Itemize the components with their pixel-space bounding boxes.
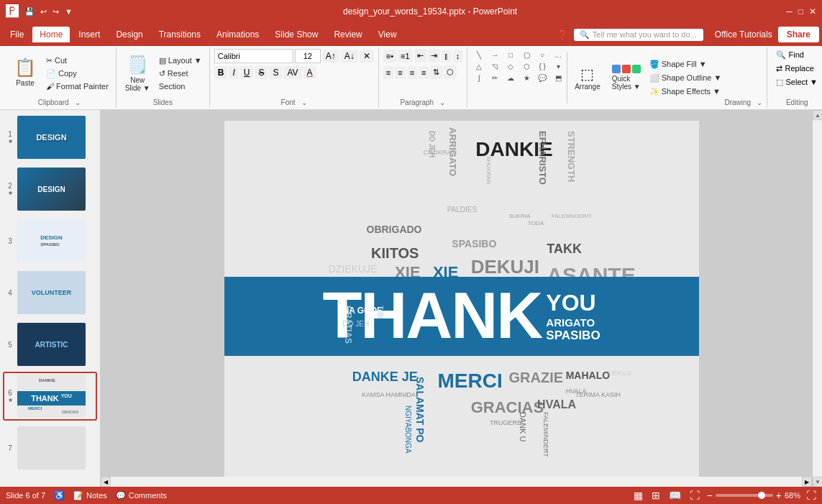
- line-spacing-btn[interactable]: ↕: [453, 50, 463, 63]
- align-center-btn[interactable]: ≡: [395, 66, 405, 79]
- copy-button[interactable]: 📄 Copy: [43, 68, 111, 80]
- replace-button[interactable]: ⇄ Replace: [772, 63, 818, 75]
- zoom-out-btn[interactable]: −: [707, 490, 713, 501]
- shape-callout[interactable]: 💬: [535, 72, 549, 83]
- scroll-up-btn[interactable]: ▲: [813, 110, 822, 120]
- bullets-btn[interactable]: ≡•: [383, 50, 396, 63]
- menu-view[interactable]: View: [371, 27, 404, 42]
- slide-canvas[interactable]: DANKIE EFHARISTO STRENGTH ARRIGATO DO JE…: [224, 121, 699, 477]
- shape-more[interactable]: …: [551, 49, 565, 60]
- text-direction-btn[interactable]: ⇅: [430, 65, 442, 79]
- shape-rt[interactable]: ◹: [488, 60, 502, 72]
- shape-bracket[interactable]: { }: [535, 60, 549, 72]
- scroll-track-right[interactable]: [813, 120, 822, 477]
- align-right-btn[interactable]: ≡: [407, 66, 417, 79]
- numbering-btn[interactable]: ≡1: [398, 50, 413, 63]
- menu-review[interactable]: Review: [326, 27, 369, 42]
- scroll-right[interactable]: ▲ ▼: [812, 110, 822, 487]
- shape-star[interactable]: ★: [519, 72, 534, 83]
- slide-sorter-btn[interactable]: ⊞: [650, 488, 662, 503]
- reading-view-btn[interactable]: 📖: [667, 488, 682, 503]
- quick-styles-button[interactable]: QuickStyles ▼: [608, 63, 645, 92]
- search-bar[interactable]: 🔍 Tell me what you want to do...: [574, 29, 703, 41]
- shape-effects-button[interactable]: ✨ Shape Effects ▼: [647, 86, 725, 98]
- share-button[interactable]: Share: [778, 27, 819, 42]
- select-button[interactable]: ⬚ Select ▼: [772, 76, 822, 88]
- shape-tri[interactable]: △: [472, 60, 486, 72]
- comments-button[interactable]: 💬 Comments: [116, 491, 167, 500]
- increase-indent-btn[interactable]: ⇥: [428, 49, 440, 63]
- shape-arrow[interactable]: →: [488, 49, 502, 60]
- new-slide-button[interactable]: 🗒️ NewSlide ▼: [121, 52, 155, 95]
- zoom-slider[interactable]: [716, 494, 773, 497]
- menu-home[interactable]: Home: [32, 27, 70, 42]
- slide-thumb-6[interactable]: 6 ★ THANK YOU DANKIE MERCI GRACIAS: [3, 372, 97, 421]
- slide-thumb-7[interactable]: 7: [3, 423, 97, 472]
- align-left-btn[interactable]: ≡: [383, 66, 393, 79]
- scroll-left-btn[interactable]: ◀: [101, 477, 111, 487]
- arrange-button[interactable]: ⬚ Arrange: [569, 63, 606, 93]
- strikethrough-button[interactable]: S: [255, 66, 268, 79]
- restore-btn[interactable]: □: [798, 6, 803, 17]
- scroll-right-btn[interactable]: ▶: [802, 477, 812, 487]
- shape-outline-button[interactable]: ⬜ Shape Outline ▼: [647, 72, 725, 84]
- font-decrease-btn[interactable]: A↓: [341, 50, 358, 63]
- reset-button[interactable]: ↺ Reset: [156, 68, 205, 80]
- menu-slideshow[interactable]: Slide Show: [268, 27, 325, 42]
- menu-design[interactable]: Design: [109, 27, 150, 42]
- slide-thumb-1[interactable]: 1 ★ DESIGN: [3, 113, 97, 162]
- layout-button[interactable]: ▤ Layout ▼: [156, 55, 205, 67]
- shape-curve[interactable]: ∫: [472, 72, 486, 83]
- underline-button[interactable]: U: [240, 66, 254, 79]
- decrease-indent-btn[interactable]: ⇤: [414, 49, 426, 63]
- clear-format-btn[interactable]: ✕: [360, 50, 374, 63]
- shape-extra[interactable]: ⬒: [551, 72, 565, 83]
- font-increase-btn[interactable]: A↑: [322, 50, 339, 63]
- slide-thumb-2[interactable]: 2 ★ DESIGN: [3, 165, 97, 214]
- fullscreen-btn[interactable]: ⛶: [688, 488, 701, 503]
- paste-button[interactable]: 📋 Paste: [7, 55, 43, 92]
- scroll-down-btn[interactable]: ▼: [813, 477, 822, 487]
- fit-screen-btn[interactable]: ⛶: [806, 490, 816, 501]
- close-btn[interactable]: ✕: [809, 6, 816, 17]
- shape-line[interactable]: ╲: [472, 49, 486, 60]
- menu-animations[interactable]: Animations: [209, 27, 266, 42]
- shape-diamond[interactable]: ◇: [503, 60, 518, 72]
- slide-thumb-5[interactable]: 5 ARTISTIC: [3, 320, 97, 369]
- shape-expand[interactable]: ▾: [551, 60, 565, 72]
- shape-fill-button[interactable]: 🪣 Shape Fill ▼: [647, 58, 725, 70]
- office-tutorials-link[interactable]: Office Tutorials: [715, 29, 772, 40]
- font-color-btn[interactable]: A: [303, 66, 316, 79]
- columns-btn[interactable]: ⫿: [442, 50, 452, 63]
- justify-btn[interactable]: ≡: [419, 66, 429, 79]
- menu-transitions[interactable]: Transitions: [152, 27, 208, 42]
- slide-panel[interactable]: 1 ★ DESIGN 2 ★ DESIGN 3 DESIGNSPASIBO: [0, 110, 101, 487]
- format-painter-button[interactable]: 🖌 Format Painter: [43, 81, 111, 92]
- customize-btn[interactable]: ▼: [63, 6, 74, 17]
- shape-rect[interactable]: □: [503, 49, 518, 60]
- shape-rounded[interactable]: ▢: [519, 49, 534, 60]
- notes-button[interactable]: 📝 Notes: [73, 491, 107, 500]
- font-size-input[interactable]: [295, 49, 321, 63]
- section-button[interactable]: Section: [156, 81, 205, 92]
- menu-insert[interactable]: Insert: [71, 27, 107, 42]
- text-shadow-button[interactable]: S: [269, 66, 282, 79]
- minimize-btn[interactable]: ─: [786, 6, 793, 17]
- slide-thumb-3[interactable]: 3 DESIGNSPASIBO: [3, 216, 97, 265]
- char-spacing-button[interactable]: AV: [283, 66, 301, 79]
- menu-file[interactable]: File: [3, 27, 31, 42]
- bold-button[interactable]: B: [214, 66, 228, 79]
- shape-cloud[interactable]: ☁: [503, 72, 518, 83]
- normal-view-btn[interactable]: ▦: [632, 488, 644, 503]
- shape-hex[interactable]: ⬡: [519, 60, 534, 72]
- zoom-in-btn[interactable]: +: [776, 490, 782, 501]
- shape-oval[interactable]: ○: [535, 49, 549, 60]
- find-button[interactable]: 🔍 Find: [772, 49, 808, 61]
- scroll-bottom[interactable]: ◀ ▶: [101, 477, 812, 487]
- save-btn[interactable]: 💾: [23, 6, 36, 18]
- redo-btn[interactable]: ↪: [51, 6, 60, 18]
- smartart-btn[interactable]: ⬡: [444, 65, 457, 79]
- undo-btn[interactable]: ↩: [39, 6, 48, 18]
- cut-button[interactable]: ✂ Cut: [43, 55, 111, 67]
- font-name-input[interactable]: [214, 49, 293, 63]
